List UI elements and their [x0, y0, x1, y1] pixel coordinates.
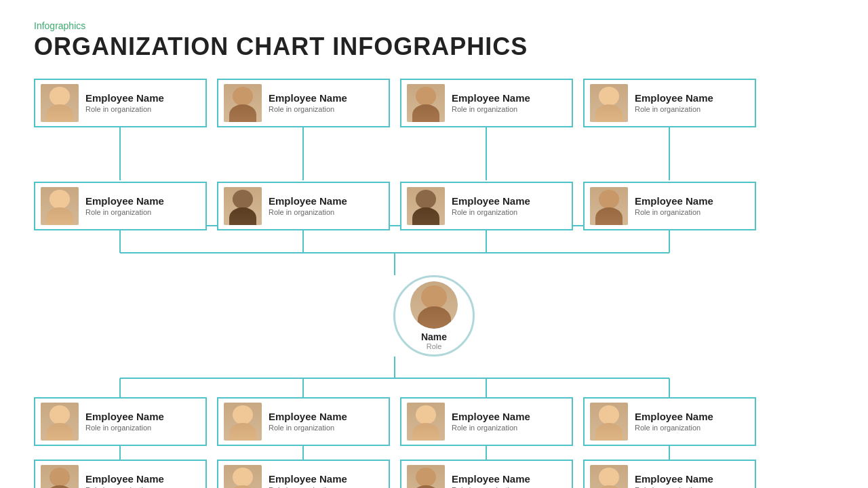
- emp-role: Role in organization: [635, 104, 713, 114]
- emp-name: Employee Name: [635, 195, 713, 207]
- bot-col2-row0-card: Employee Name Role in organization: [400, 397, 573, 446]
- avatar: [224, 465, 262, 488]
- avatar: [590, 403, 628, 441]
- center-avatar: [410, 281, 458, 329]
- emp-role: Role in organization: [85, 207, 164, 217]
- emp-name: Employee Name: [452, 92, 530, 104]
- avatar: [224, 403, 262, 441]
- emp-name: Employee Name: [635, 411, 713, 423]
- emp-name: Employee Name: [452, 411, 530, 423]
- emp-info: Employee Name Role in organization: [635, 411, 713, 432]
- emp-role: Role in organization: [452, 207, 530, 217]
- avatar: [407, 84, 445, 122]
- bot-col2-row1-card: Employee Name Role in organization: [400, 460, 573, 488]
- emp-name: Employee Name: [635, 92, 713, 104]
- emp-info: Employee Name Role in organization: [269, 411, 347, 432]
- emp-name: Employee Name: [269, 411, 347, 423]
- emp-name: Employee Name: [635, 473, 713, 485]
- emp-name: Employee Name: [85, 195, 164, 207]
- center-employee-node: Name Role: [393, 275, 475, 357]
- top-col0-row1-card: Employee Name Role in organization: [34, 182, 207, 230]
- top-col2-row0-card: Employee Name Role in organization: [400, 79, 573, 127]
- emp-role: Role in organization: [635, 423, 713, 432]
- emp-role: Role in organization: [269, 423, 347, 432]
- emp-role: Role in organization: [635, 485, 713, 488]
- emp-info: Employee Name Role in organization: [452, 92, 530, 114]
- emp-info: Employee Name Role in organization: [269, 195, 347, 217]
- top-col2-row1-card: Employee Name Role in organization: [400, 182, 573, 230]
- emp-name: Employee Name: [269, 473, 347, 485]
- avatar: [590, 187, 628, 225]
- emp-name: Employee Name: [269, 195, 347, 207]
- avatar: [590, 465, 628, 488]
- emp-name: Employee Name: [452, 195, 530, 207]
- avatar: [407, 465, 445, 488]
- emp-info: Employee Name Role in organization: [452, 411, 530, 432]
- avatar: [41, 465, 79, 488]
- emp-name: Employee Name: [269, 92, 347, 104]
- emp-name: Employee Name: [85, 92, 164, 104]
- top-col0-row0-card: Employee Name Role in organization: [34, 79, 207, 127]
- emp-info: Employee Name Role in organization: [635, 473, 713, 488]
- emp-role: Role in organization: [269, 485, 347, 488]
- emp-info: Employee Name Role in organization: [85, 473, 164, 488]
- avatar: [590, 84, 628, 122]
- avatar: [41, 187, 79, 225]
- center-name: Name: [421, 331, 447, 342]
- emp-role: Role in organization: [85, 104, 164, 114]
- emp-role: Role in organization: [85, 485, 164, 488]
- emp-info: Employee Name Role in organization: [635, 195, 713, 217]
- emp-info: Employee Name Role in organization: [452, 195, 530, 217]
- emp-info: Employee Name Role in organization: [269, 92, 347, 114]
- top-col1-row1-card: Employee Name Role in organization: [217, 182, 390, 230]
- avatar: [224, 84, 262, 122]
- center-role: Role: [427, 342, 442, 350]
- top-col1-row0-card: Employee Name Role in organization: [217, 79, 390, 127]
- avatar: [41, 403, 79, 441]
- avatar: [224, 187, 262, 225]
- emp-info: Employee Name Role in organization: [85, 411, 164, 432]
- emp-name: Employee Name: [85, 411, 164, 423]
- bot-col3-row1-card: Employee Name Role in organization: [583, 460, 756, 488]
- top-col3-row0-card: Employee Name Role in organization: [583, 79, 756, 127]
- page: Infographics ORGANIZATION CHART INFOGRAP…: [0, 0, 868, 488]
- infographics-label: Infographics: [34, 20, 834, 31]
- emp-role: Role in organization: [269, 207, 347, 217]
- bot-col1-row1-card: Employee Name Role in organization: [217, 460, 390, 488]
- emp-info: Employee Name Role in organization: [635, 92, 713, 114]
- bot-col0-row0-card: Employee Name Role in organization: [34, 397, 207, 446]
- avatar: [407, 403, 445, 441]
- emp-info: Employee Name Role in organization: [85, 92, 164, 114]
- emp-info: Employee Name Role in organization: [452, 473, 530, 488]
- top-col3-row1-card: Employee Name Role in organization: [583, 182, 756, 230]
- emp-role: Role in organization: [85, 423, 164, 432]
- emp-name: Employee Name: [85, 473, 164, 485]
- bot-col3-row0-card: Employee Name Role in organization: [583, 397, 756, 446]
- emp-info: Employee Name Role in organization: [85, 195, 164, 217]
- emp-name: Employee Name: [452, 473, 530, 485]
- emp-role: Role in organization: [452, 104, 530, 114]
- emp-role: Role in organization: [635, 207, 713, 217]
- emp-role: Role in organization: [269, 104, 347, 114]
- emp-role: Role in organization: [452, 423, 530, 432]
- avatar: [41, 84, 79, 122]
- org-chart: Name Role Employee Name Role in organiza…: [34, 73, 834, 487]
- page-title: ORGANIZATION CHART INFOGRAPHICS: [34, 33, 834, 61]
- emp-info: Employee Name Role in organization: [269, 473, 347, 488]
- bot-col1-row0-card: Employee Name Role in organization: [217, 397, 390, 446]
- bot-col0-row1-card: Employee Name Role in organization: [34, 460, 207, 488]
- emp-role: Role in organization: [452, 485, 530, 488]
- avatar: [407, 187, 445, 225]
